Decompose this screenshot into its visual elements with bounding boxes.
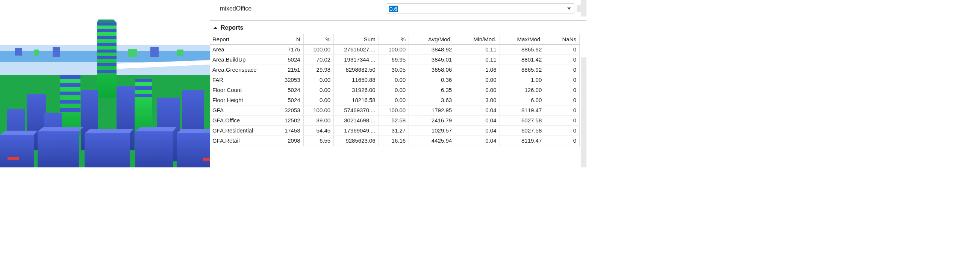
svg-rect-9 [177,49,183,56]
reports-section-header[interactable]: Reports [210,21,586,34]
cell: 31926.00 [334,85,379,95]
table-row[interactable]: Area7175100.0027616027....100.003848.920… [210,44,580,54]
table-row[interactable]: Area.Greenspace215129.988298682.5030.053… [210,65,580,75]
cell: 2416.79 [409,115,455,125]
svg-rect-18 [97,63,116,66]
scrollbar[interactable] [581,0,586,16]
svg-rect-19 [97,70,116,73]
cell: 1.06 [455,65,500,75]
col-n[interactable]: N [269,34,303,44]
cell: 0.11 [455,44,500,54]
table-row[interactable]: GFA.Retail20986.559285623.0616.164425.94… [210,136,580,146]
cell: 0.11 [455,54,500,65]
cell: 126.00 [500,85,545,95]
cell: 0.00 [303,95,333,105]
cell: 0 [545,95,580,105]
cell: 0.00 [455,75,500,85]
cell: 0.36 [409,75,455,85]
cell: 8298682.50 [334,65,379,75]
table-row[interactable]: Area.BuildUp502470.0219317344....69.9538… [210,54,580,65]
table-header-row: Report N % Sum % Avg/Mod. Min/Mod. Max/M… [210,34,580,44]
cell: 31.27 [379,125,409,136]
svg-rect-38 [0,135,34,168]
cell: 0 [545,65,580,75]
cell: 32053 [269,105,303,115]
property-value: 0.6 [389,6,398,12]
reports-table-wrap: Report N % Sum % Avg/Mod. Min/Mod. Max/M… [210,34,586,168]
cell: 29.98 [303,65,333,75]
cell: 2098 [269,136,303,146]
table-row[interactable]: GFA.Residential1745354.4517969049....31.… [210,125,580,136]
cell: 8865.92 [500,44,545,54]
svg-rect-22 [60,75,80,79]
cell: FAR [210,75,269,85]
svg-marker-45 [84,129,134,133]
cell: GFA.Office [210,115,269,125]
scrollbar[interactable] [581,57,586,168]
svg-rect-42 [177,133,210,168]
svg-rect-40 [84,133,130,168]
svg-rect-26 [60,108,80,112]
svg-rect-14 [97,36,116,39]
cell: 8801.42 [500,54,545,65]
cell: 6027.58 [500,125,545,136]
cell: 0.04 [455,115,500,125]
svg-rect-4 [15,48,22,55]
cell: 30214698.... [334,115,379,125]
col-min[interactable]: Min/Mod. [455,34,500,44]
cell: 0.00 [303,75,333,85]
col-sum[interactable]: Sum [334,34,379,44]
table-row[interactable]: GFA32053100.0057469370....100.001792.950… [210,105,580,115]
col-max[interactable]: Max/Mod. [500,34,545,44]
cell: Area [210,44,269,54]
cell: 70.02 [303,54,333,65]
col-pct1[interactable]: % [303,34,333,44]
cell: 69.95 [379,54,409,65]
cell: 100.00 [379,105,409,115]
cell: 1.00 [500,75,545,85]
table-row[interactable]: FAR320530.0011650.880.000.360.001.000 [210,75,580,85]
cell: 54.45 [303,125,333,136]
cell: 16.16 [379,136,409,146]
cell: 17453 [269,125,303,136]
cell: 0 [545,75,580,85]
cell: Floor Height [210,95,269,105]
svg-rect-49 [203,158,210,161]
cell: 0.04 [455,136,500,146]
table-row[interactable]: Floor Count50240.0031926.000.006.350.001… [210,85,580,95]
cell: 0 [545,54,580,65]
cell: 57469370.... [334,105,379,115]
svg-marker-43 [0,131,38,135]
cell: 8119.47 [500,105,545,115]
cell: 0 [545,136,580,146]
cell: 3858.06 [409,65,455,75]
cell: 17969049.... [334,125,379,136]
cell: 30.05 [379,65,409,75]
svg-rect-11 [97,22,116,98]
cell: Area.Greenspace [210,65,269,75]
property-row: mixedOffice 0.6 [210,0,586,17]
property-dropdown[interactable]: 0.6 [387,3,574,14]
svg-rect-39 [38,131,79,168]
col-report[interactable]: Report [210,34,269,44]
cell: 3.00 [455,95,500,105]
cell: 0 [545,125,580,136]
cell: 0.00 [303,85,333,95]
cell: 6.35 [409,85,455,95]
svg-rect-23 [60,83,80,87]
col-pct2[interactable]: % [379,34,409,44]
cell: 0 [545,115,580,125]
cell: 11650.88 [334,75,379,85]
svg-rect-41 [135,131,173,168]
col-nans[interactable]: NaNs [545,34,580,44]
cell: 0.04 [455,125,500,136]
col-avg[interactable]: Avg/Mod. [409,34,455,44]
cell: 18216.58 [334,95,379,105]
table-row[interactable]: Floor Height50240.0018216.580.003.633.00… [210,95,580,105]
city-3d-viewport[interactable] [0,0,210,168]
chevron-down-icon [567,8,571,10]
table-row[interactable]: GFA.Office1250239.0030214698....52.58241… [210,115,580,125]
svg-rect-24 [60,92,80,95]
cell: 19317344.... [334,54,379,65]
svg-rect-17 [97,56,116,59]
